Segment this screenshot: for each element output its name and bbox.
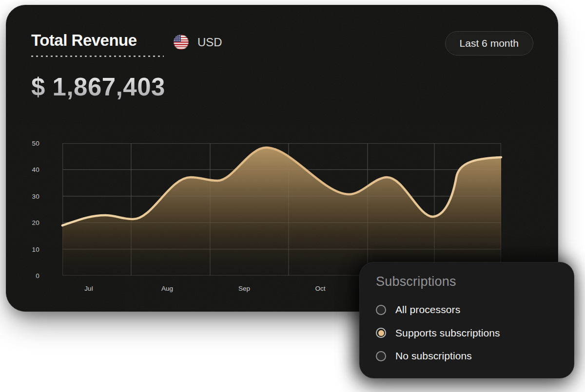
option-no-subscriptions[interactable]: No subscriptions [376, 350, 472, 362]
option-label: No subscriptions [395, 350, 472, 362]
x-tick-label: Oct [315, 285, 325, 292]
option-label: All processors [395, 304, 460, 316]
y-tick-label: 20 [32, 219, 39, 226]
title-dotted-underline [31, 56, 164, 57]
x-tick-label: Jul [84, 285, 93, 292]
revenue-area-chart: Jul Aug Sep Oct [62, 143, 501, 276]
subscriptions-panel: Subscriptions All processors Supports su… [359, 262, 574, 378]
x-tick-label: Sep [238, 285, 250, 292]
us-flag-icon [174, 35, 189, 50]
chart-plot-svg [62, 143, 501, 276]
date-range-button[interactable]: Last 6 month [445, 31, 533, 56]
radio-unselected-icon[interactable] [376, 351, 386, 361]
x-tick-label: Aug [161, 285, 173, 292]
card-title: Total Revenue [31, 31, 137, 50]
radio-selected-icon[interactable] [376, 328, 386, 338]
currency-indicator: USD [174, 35, 222, 50]
page-background: { "revenue_card": { "title": "Total Reve… [0, 0, 585, 392]
y-tick-label: 50 [32, 140, 39, 147]
chart-y-axis: 50 40 30 20 10 0 [21, 143, 43, 276]
currency-code: USD [197, 35, 222, 50]
option-label: Supports subscriptions [395, 327, 500, 339]
subscriptions-title: Subscriptions [376, 274, 456, 289]
y-tick-label: 40 [32, 166, 39, 173]
chart-area-fill [62, 148, 501, 276]
y-tick-label: 30 [32, 192, 39, 200]
y-tick-label: 0 [36, 272, 39, 280]
radio-unselected-icon[interactable] [376, 305, 386, 315]
option-supports-subscriptions[interactable]: Supports subscriptions [376, 327, 500, 339]
option-all-processors[interactable]: All processors [376, 304, 460, 316]
total-revenue-amount: $ 1,867,403 [31, 73, 165, 101]
y-tick-label: 10 [32, 245, 39, 253]
